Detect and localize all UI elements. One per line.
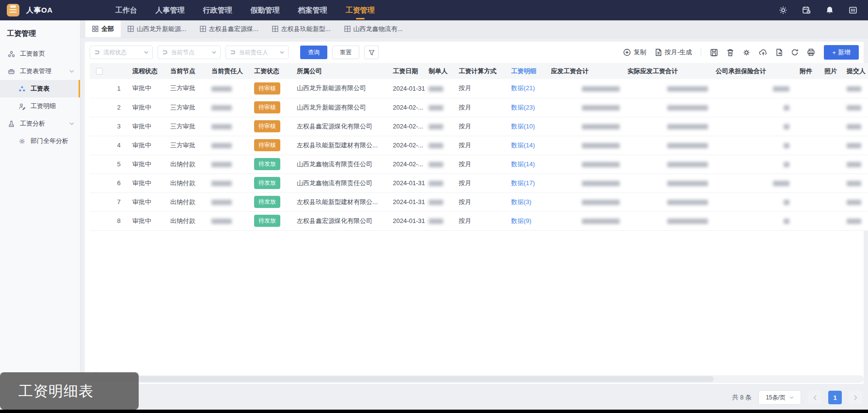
org-icon <box>8 50 15 58</box>
page-number-button[interactable]: 1 <box>828 391 842 404</box>
tab-all[interactable]: 全部 <box>85 20 121 37</box>
printer-icon[interactable] <box>807 48 815 56</box>
current-node-cell: 出纳付款 <box>166 174 208 192</box>
sidebar-item-dept-year-analysis[interactable]: 部门全年分析 <box>0 132 80 150</box>
detail-link-cell[interactable]: 数据(3) <box>507 192 547 211</box>
refresh-icon[interactable] <box>791 48 799 56</box>
nav-item-salary[interactable]: 工资管理 <box>344 0 377 20</box>
table-row[interactable]: 1审批中三方审批待审核山西龙升新能源有限公司2024-01-31按月数据(21) <box>90 79 868 98</box>
add-new-button[interactable]: + 新增 <box>824 45 859 60</box>
detail-link-cell[interactable]: 数据(23) <box>507 98 547 117</box>
column-header: 工资状态 <box>250 63 293 79</box>
sidebar-item-salary-home[interactable]: 工资首页 <box>0 45 80 63</box>
table-row[interactable]: 8审批中出纳付款待发放左权县鑫宏源煤化有限公司2024-01-31按月数据(9) <box>90 211 868 230</box>
detail-data-link[interactable]: 数据(21) <box>511 84 535 92</box>
redacted-value <box>429 105 443 111</box>
attachment-cell <box>793 98 819 117</box>
tab-company-3[interactable]: 左权县玖能新型... <box>265 20 338 37</box>
company-tabbar: 全部 山西龙升新能源... 左权县鑫宏源煤... 左权县玖能新型... 山西龙鑫… <box>80 20 868 38</box>
detail-link-cell[interactable]: 数据(21) <box>507 79 547 98</box>
row-index: 6 <box>109 174 129 192</box>
toolbar: 流程状态 当前节点 当前责任人 查询 重置 <box>85 42 864 63</box>
detail-data-link[interactable]: 数据(9) <box>511 217 531 224</box>
attachment-cell <box>793 211 819 230</box>
detail-data-link[interactable]: 数据(17) <box>511 179 535 187</box>
calc-method-cell: 按月 <box>455 155 507 174</box>
detail-data-link[interactable]: 数据(14) <box>511 142 535 149</box>
column-header: 当前责任人 <box>208 63 250 79</box>
schedule-icon[interactable] <box>802 6 811 15</box>
sidebar-item-salary-table[interactable]: 工资表 <box>0 80 80 97</box>
redacted-value <box>784 219 789 224</box>
detail-data-link[interactable]: 数据(3) <box>511 198 531 206</box>
file-export-icon[interactable] <box>776 48 783 56</box>
prev-page-button[interactable] <box>808 391 821 404</box>
redacted-value <box>667 162 708 167</box>
salary-table: 流程状态当前节点当前责任人工资状态所属公司工资日期制单人工资计算方式工资明细应发… <box>90 63 868 231</box>
sidebar-group-salary-tables[interactable]: 工资表管理 <box>0 63 80 80</box>
nav-item-admin[interactable]: 行政管理 <box>201 0 234 20</box>
filter-placeholder: 当前责任人 <box>239 48 276 57</box>
tab-company-2[interactable]: 左权县鑫宏源煤... <box>193 20 265 37</box>
sidebar-group-salary-analysis[interactable]: 工资分析 <box>0 115 80 132</box>
salary-table-body: 1审批中三方审批待审核山西龙升新能源有限公司2024-01-31按月数据(21)… <box>90 79 868 230</box>
trash-icon[interactable] <box>726 48 734 57</box>
nav-item-workbench[interactable]: 工作台 <box>113 0 139 20</box>
search-button[interactable]: 查询 <box>300 46 327 59</box>
sidebar-item-salary-detail[interactable]: 工资明细 <box>0 97 80 115</box>
detail-link-cell[interactable]: 数据(14) <box>507 136 547 155</box>
filter-flow-status[interactable]: 流程状态 <box>90 46 153 59</box>
settings-file-icon[interactable] <box>742 48 751 57</box>
redacted-value <box>582 105 620 111</box>
table-row[interactable]: 5审批中出纳付款待发放山西龙鑫物流有限责任公司2024-02-...按月数据(1… <box>90 155 868 174</box>
generate-monthly-button[interactable]: 按月-生成 <box>655 48 692 57</box>
bell-icon[interactable] <box>825 6 834 15</box>
table-row[interactable]: 4审批中三方审批待审核左权县玖能新型建材有限公...2024-02-...按月数… <box>90 136 868 155</box>
photo-cell <box>819 192 843 211</box>
detail-link-cell[interactable]: 数据(17) <box>507 174 547 192</box>
tab-company-1[interactable]: 山西龙升新能源... <box>121 20 193 37</box>
detail-data-link[interactable]: 数据(10) <box>511 123 535 130</box>
detail-link-cell[interactable]: 数据(14) <box>507 155 547 174</box>
nav-item-archive[interactable]: 档案管理 <box>296 0 329 20</box>
attachment-cell <box>793 174 819 192</box>
nav-item-hr[interactable]: 人事管理 <box>154 0 187 20</box>
filter-current-node[interactable]: 当前节点 <box>158 46 221 59</box>
page-size-select[interactable]: 15条/页 <box>758 390 801 405</box>
tab-label: 左权县玖能新型... <box>281 25 331 33</box>
table-row[interactable]: 3审批中三方审批待审核左权县鑫宏源煤化有限公司2024-02-...按月数据(1… <box>90 117 868 136</box>
redacted-value <box>667 181 708 186</box>
redacted-value <box>667 219 708 224</box>
nav-item-attendance[interactable]: 假勤管理 <box>249 0 282 20</box>
advanced-filter-button[interactable] <box>364 46 379 59</box>
horizontal-scrollbar[interactable] <box>85 375 864 383</box>
reset-button[interactable]: 重置 <box>332 46 359 59</box>
detail-link-cell[interactable]: 数据(10) <box>507 117 547 136</box>
filter-current-owner[interactable]: 当前责任人 <box>225 46 289 59</box>
current-node-cell: 出纳付款 <box>166 192 208 211</box>
gear-icon[interactable] <box>779 6 788 15</box>
column-header: 实际应发工资合计 <box>624 63 712 79</box>
redacted-value <box>211 143 232 148</box>
table-row[interactable]: 7审批中出纳付款待发放左权县玖能新型建材有限公...2024-01-31按月数据… <box>90 192 868 211</box>
select-all-checkbox[interactable] <box>96 68 103 75</box>
detail-link-cell[interactable]: 数据(9) <box>507 211 547 230</box>
scrollbar-thumb[interactable] <box>86 376 714 382</box>
tab-company-4[interactable]: 山西龙鑫物流有... <box>338 20 410 37</box>
save-icon[interactable] <box>710 48 718 57</box>
detail-data-link[interactable]: 数据(23) <box>511 104 535 111</box>
next-page-button[interactable] <box>849 391 862 404</box>
copy-button[interactable]: 复制 <box>623 48 646 57</box>
main-nav: 工作台 人事管理 行政管理 假勤管理 档案管理 工资管理 <box>113 0 377 20</box>
salary-status-cell: 待发放 <box>250 211 293 230</box>
creator-cell <box>425 117 455 136</box>
table-row[interactable]: 6审批中出纳付款待发放山西龙鑫物流有限责任公司2024-01-31按月数据(17… <box>90 174 868 192</box>
column-header: 流程状态 <box>129 63 166 79</box>
cloud-upload-icon[interactable] <box>759 48 768 56</box>
apps-icon[interactable] <box>849 6 857 15</box>
detail-data-link[interactable]: 数据(14) <box>511 160 535 168</box>
column-header: 工资明细 <box>507 63 547 79</box>
redacted-value <box>667 105 708 111</box>
team-icon <box>18 85 26 93</box>
table-row[interactable]: 2审批中三方审批待审核山西龙升新能源有限公司2024-02-...按月数据(23… <box>90 98 868 117</box>
